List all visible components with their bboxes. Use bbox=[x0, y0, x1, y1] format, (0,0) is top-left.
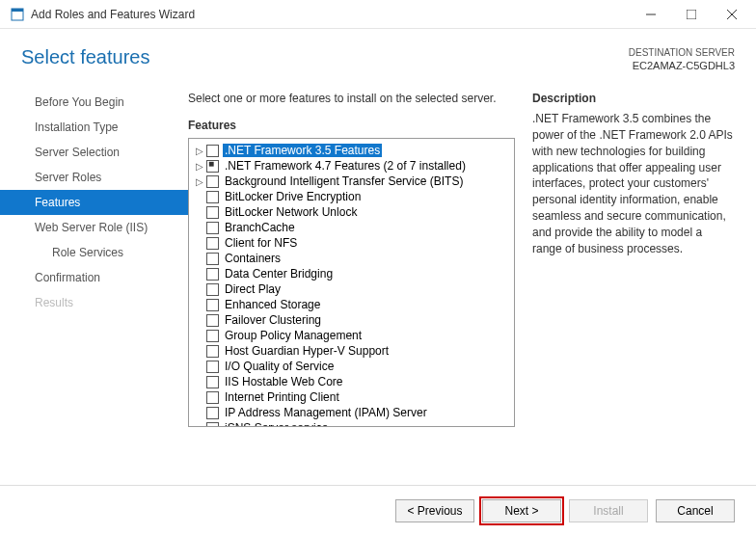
feature-checkbox[interactable] bbox=[206, 206, 219, 219]
feature-checkbox[interactable] bbox=[206, 222, 219, 234]
feature-checkbox[interactable] bbox=[206, 237, 219, 250]
minimize-button[interactable] bbox=[631, 1, 671, 28]
description-text: .NET Framework 3.5 combines the power of… bbox=[532, 111, 735, 256]
install-button: Install bbox=[569, 499, 648, 522]
footer: < Previous Next > Install Cancel bbox=[0, 485, 756, 535]
feature-label: Group Policy Management bbox=[223, 329, 364, 342]
expand-icon[interactable]: ▷ bbox=[193, 161, 206, 172]
feature-label: Data Center Bridging bbox=[223, 267, 335, 281]
feature-row[interactable]: BranchCache bbox=[191, 220, 512, 235]
feature-row[interactable]: iSNS Server service bbox=[191, 420, 512, 427]
content: Select one or more features to install o… bbox=[188, 82, 756, 487]
feature-checkbox[interactable] bbox=[206, 299, 219, 311]
feature-row[interactable]: Data Center Bridging bbox=[191, 266, 512, 281]
feature-checkbox[interactable] bbox=[206, 345, 219, 358]
feature-label: .NET Framework 3.5 Features bbox=[223, 144, 382, 157]
cancel-button[interactable]: Cancel bbox=[656, 499, 735, 522]
feature-row[interactable]: ▷.NET Framework 3.5 Features bbox=[191, 143, 512, 158]
feature-label: BitLocker Drive Encryption bbox=[223, 190, 363, 203]
feature-row[interactable]: ▷.NET Framework 4.7 Features (2 of 7 ins… bbox=[191, 158, 512, 174]
feature-row[interactable]: I/O Quality of Service bbox=[191, 359, 512, 374]
feature-checkbox[interactable] bbox=[206, 253, 219, 265]
expand-icon[interactable]: ▷ bbox=[193, 176, 206, 187]
feature-label: Internet Printing Client bbox=[223, 390, 341, 404]
feature-row[interactable]: Client for NFS bbox=[191, 235, 512, 251]
nav-item[interactable]: Role Services bbox=[0, 240, 188, 265]
feature-row[interactable]: IP Address Management (IPAM) Server bbox=[191, 405, 512, 420]
feature-row[interactable]: Direct Play bbox=[191, 281, 512, 297]
svg-rect-3 bbox=[687, 10, 696, 19]
nav-item[interactable]: Features bbox=[0, 190, 188, 215]
feature-label: Direct Play bbox=[223, 282, 283, 296]
main: Before You BeginInstallation TypeServer … bbox=[0, 82, 756, 487]
feature-label: .NET Framework 4.7 Features (2 of 7 inst… bbox=[223, 159, 468, 173]
destination-server: EC2AMAZ-C5GDHL3 bbox=[629, 59, 735, 72]
feature-checkbox[interactable] bbox=[206, 191, 219, 203]
feature-label: IP Address Management (IPAM) Server bbox=[223, 406, 429, 419]
feature-row[interactable]: BitLocker Drive Encryption bbox=[191, 189, 512, 204]
feature-checkbox[interactable] bbox=[206, 391, 219, 404]
feature-row[interactable]: ▷Background Intelligent Transfer Service… bbox=[191, 174, 512, 189]
feature-row[interactable]: Host Guardian Hyper-V Support bbox=[191, 343, 512, 359]
feature-row[interactable]: Internet Printing Client bbox=[191, 389, 512, 405]
svg-rect-1 bbox=[12, 9, 23, 12]
header: Select features DESTINATION SERVER EC2AM… bbox=[0, 29, 756, 82]
feature-label: iSNS Server service bbox=[223, 421, 330, 427]
expand-icon[interactable]: ▷ bbox=[193, 146, 206, 156]
feature-label: BitLocker Network Unlock bbox=[223, 205, 359, 219]
feature-row[interactable]: IIS Hostable Web Core bbox=[191, 374, 512, 389]
nav-item[interactable]: Server Roles bbox=[0, 165, 188, 190]
description-label: Description bbox=[532, 92, 735, 105]
maximize-button[interactable] bbox=[671, 1, 712, 28]
feature-checkbox[interactable] bbox=[206, 283, 219, 296]
destination-label: DESTINATION SERVER bbox=[629, 46, 735, 59]
feature-checkbox[interactable] bbox=[206, 145, 219, 157]
feature-label: Failover Clustering bbox=[223, 313, 323, 327]
features-label: Features bbox=[188, 119, 515, 132]
instruction-text: Select one or more features to install o… bbox=[188, 92, 515, 105]
next-button[interactable]: Next > bbox=[482, 499, 561, 522]
nav-item[interactable]: Installation Type bbox=[0, 115, 188, 140]
feature-label: Host Guardian Hyper-V Support bbox=[223, 344, 391, 358]
features-list[interactable]: ▷.NET Framework 3.5 Features▷.NET Framew… bbox=[188, 138, 515, 427]
nav-item: Results bbox=[0, 290, 188, 315]
feature-checkbox[interactable] bbox=[206, 314, 219, 327]
feature-row[interactable]: Containers bbox=[191, 251, 512, 266]
previous-button[interactable]: < Previous bbox=[395, 499, 474, 522]
feature-label: Containers bbox=[223, 252, 283, 265]
nav-item[interactable]: Confirmation bbox=[0, 265, 188, 290]
feature-checkbox[interactable] bbox=[206, 175, 219, 188]
feature-row[interactable]: Enhanced Storage bbox=[191, 297, 512, 312]
feature-row[interactable]: Group Policy Management bbox=[191, 328, 512, 343]
nav-sidebar: Before You BeginInstallation TypeServer … bbox=[0, 82, 188, 487]
feature-label: I/O Quality of Service bbox=[223, 360, 336, 373]
nav-item[interactable]: Server Selection bbox=[0, 140, 188, 165]
feature-label: Client for NFS bbox=[223, 236, 299, 250]
close-button[interactable] bbox=[712, 1, 752, 28]
feature-row[interactable]: BitLocker Network Unlock bbox=[191, 204, 512, 220]
nav-item[interactable]: Web Server Role (IIS) bbox=[0, 215, 188, 240]
feature-checkbox[interactable] bbox=[206, 330, 219, 342]
app-icon bbox=[10, 7, 25, 22]
feature-checkbox[interactable] bbox=[206, 407, 219, 419]
feature-label: IIS Hostable Web Core bbox=[223, 375, 345, 388]
feature-checkbox[interactable] bbox=[206, 422, 219, 428]
titlebar: Add Roles and Features Wizard bbox=[0, 0, 756, 29]
destination-block: DESTINATION SERVER EC2AMAZ-C5GDHL3 bbox=[629, 46, 735, 72]
feature-checkbox[interactable] bbox=[206, 376, 219, 388]
feature-checkbox[interactable] bbox=[206, 268, 219, 281]
feature-row[interactable]: Failover Clustering bbox=[191, 312, 512, 328]
feature-label: Enhanced Storage bbox=[223, 298, 322, 311]
feature-checkbox[interactable] bbox=[206, 361, 219, 373]
feature-checkbox[interactable] bbox=[206, 160, 219, 173]
feature-label: Background Intelligent Transfer Service … bbox=[223, 174, 465, 188]
nav-item[interactable]: Before You Begin bbox=[0, 90, 188, 115]
page-title: Select features bbox=[21, 46, 149, 68]
feature-label: BranchCache bbox=[223, 221, 297, 234]
window-title: Add Roles and Features Wizard bbox=[31, 8, 631, 21]
